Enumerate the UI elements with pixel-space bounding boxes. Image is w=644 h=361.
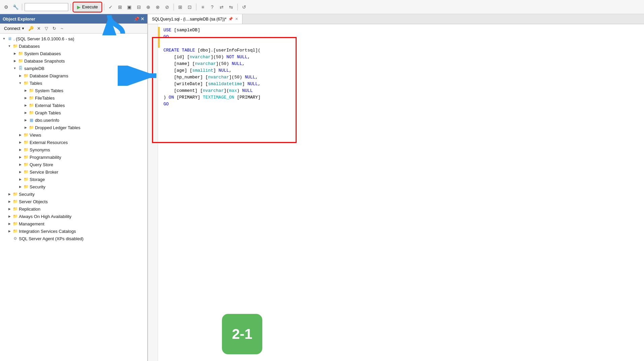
badge-21: 2-1 [222, 314, 262, 354]
check-icon[interactable]: ✓ [107, 3, 115, 11]
expander-dropped-ledger[interactable] [23, 125, 28, 130]
folder-icon-always-on: 📁 [12, 214, 18, 219]
connect-label: Connect [4, 26, 20, 31]
security-label: Security [18, 192, 35, 197]
tree-item-sampledb[interactable]: 🗄 sampleDB [0, 65, 147, 72]
toolbar-icon-4[interactable]: ▣ [125, 3, 134, 11]
tree-item-integration[interactable]: 📁 Integration Services Catalogs [0, 227, 147, 235]
connect-button[interactable]: Connect ▼ [2, 25, 27, 32]
system-tables-label: System Tables [34, 88, 63, 93]
tree-item-system-dbs[interactable]: 📁 System Databases [0, 50, 147, 57]
toolbar-icon-10[interactable]: ⊡ [186, 3, 194, 11]
tree-item-db-snapshots[interactable]: 📁 Database Snapshots [0, 57, 147, 65]
toolbar-icon-15[interactable]: ↺ [240, 3, 248, 11]
tab-pin-icon[interactable]: 📌 [228, 17, 233, 21]
folder-icon-graph-tables: 📁 [28, 110, 34, 115]
expander-system-tables[interactable] [23, 88, 28, 93]
expander-databases[interactable] [7, 43, 12, 49]
expander-server[interactable] [1, 36, 7, 41]
expander-db-diagrams[interactable] [17, 73, 23, 78]
toolbar-icon-13[interactable]: ⇄ [218, 3, 226, 11]
tree-item-external-resources[interactable]: 📁 External Resources [0, 139, 147, 146]
folder-icon-views: 📁 [23, 132, 29, 138]
expander-management[interactable] [7, 221, 12, 226]
always-on-label: Always On High Availability [18, 214, 72, 219]
expander-external-resources[interactable] [17, 140, 23, 145]
delete-icon[interactable]: ✕ [35, 25, 42, 32]
expander-system-dbs[interactable] [12, 51, 17, 56]
folder-icon-service-broker: 📁 [23, 169, 29, 175]
pin-icon[interactable]: 📌 [134, 16, 139, 22]
filter-icon[interactable]: ▽ [43, 25, 50, 32]
tree-item-storage[interactable]: 📁 Storage [0, 176, 147, 183]
expander-db-snapshots[interactable] [12, 58, 17, 64]
tree-item-graph-tables[interactable]: 📁 Graph Tables [0, 109, 147, 116]
expander-service-broker[interactable] [17, 169, 23, 175]
expander-external-tables[interactable] [23, 103, 28, 108]
tree-item-always-on[interactable]: 📁 Always On High Availability [0, 213, 147, 220]
expander-tables[interactable] [17, 80, 23, 86]
expander-security[interactable] [7, 191, 12, 197]
toolbar-icon-2[interactable]: 🔧 [11, 3, 20, 11]
toolbar-icon-11[interactable]: ≡ [199, 3, 207, 11]
db-selector-input[interactable]: sampleDB [25, 3, 68, 11]
toolbar-icon-14[interactable]: ⇆ [227, 3, 235, 11]
folder-icon-replication: 📁 [12, 206, 18, 212]
tree-item-programmability[interactable]: 📁 Programmability [0, 153, 147, 161]
tree-item-filetables[interactable]: 📁 FileTables [0, 94, 147, 102]
expander-graph-tables[interactable] [23, 110, 28, 115]
tree-item-server[interactable]: 🖥 . (SQL Server 16.0.1000.6 - sa) [0, 35, 147, 42]
toolbar-icon-7[interactable]: ⊗ [154, 3, 162, 11]
folder-icon-external-resources: 📁 [23, 140, 29, 145]
toolbar-icon-1[interactable]: ⚙ [2, 3, 10, 11]
expander-storage[interactable] [17, 177, 23, 182]
toolbar-icon-12[interactable]: ? [208, 3, 216, 11]
tree-item-system-tables[interactable]: 📁 System Tables [0, 87, 147, 94]
tree-item-dropped-ledger[interactable]: 📁 Dropped Ledger Tables [0, 124, 147, 131]
execute-button[interactable]: ▶ Execute [73, 2, 102, 12]
toolbar-icon-5[interactable]: ⊟ [135, 3, 143, 11]
tree-item-service-broker[interactable]: 📁 Service Broker [0, 168, 147, 176]
tree-item-replication[interactable]: 📁 Replication [0, 205, 147, 213]
tree-item-dbo-userinfo[interactable]: ▦ dbo.userInfo [0, 116, 147, 124]
tab-close-icon[interactable]: ✕ [235, 17, 238, 21]
sql-query-tab[interactable]: SQLQuery1.sql - (l....sampleDB (sa (67))… [148, 14, 242, 24]
tree-item-security[interactable]: 📁 Security [0, 190, 147, 198]
tree-item-databases[interactable]: 📁 Databases [0, 42, 147, 50]
tree-item-management[interactable]: 📁 Management [0, 220, 147, 227]
toolbar-icon-3[interactable]: ⊞ [116, 3, 124, 11]
expander-filetables[interactable] [23, 95, 28, 101]
expander-synonyms[interactable] [17, 147, 23, 152]
tree-item-external-tables[interactable]: 📁 External Tables [0, 102, 147, 109]
close-icon[interactable]: ✕ [141, 16, 145, 22]
connect-dropdown-arrow[interactable]: ▼ [21, 27, 25, 30]
toolbar-sep-4 [174, 4, 174, 10]
expander-security-db[interactable] [17, 184, 23, 189]
tree-item-db-diagrams[interactable]: 📁 Database Diagrams [0, 72, 147, 79]
tree-item-query-store[interactable]: 📁 Query Store [0, 161, 147, 168]
tree-item-security-db[interactable]: 📁 Security [0, 183, 147, 190]
properties-icon[interactable]: ~ [59, 25, 65, 32]
toolbar-icon-6[interactable]: ⊕ [144, 3, 152, 11]
expander-always-on[interactable] [7, 214, 12, 219]
expander-replication[interactable] [7, 206, 12, 212]
tree-item-server-objects[interactable]: 📁 Server Objects [0, 198, 147, 205]
tree-item-sql-agent[interactable]: ⚙ SQL Server Agent (XPs disabled) [0, 235, 147, 242]
code-content[interactable]: USE [sampleDB] GO CREATE TABLE [dbo].[us… [158, 24, 644, 361]
new-query-icon[interactable]: 🔑 [28, 25, 34, 32]
expander-sampledb[interactable] [12, 66, 17, 71]
toolbar-icon-9[interactable]: ⊞ [176, 3, 184, 11]
toolbar-sep-3 [104, 4, 104, 10]
tree-item-tables[interactable]: 📁 Tables [0, 79, 147, 87]
tree-item-views[interactable]: 📁 Views [0, 131, 147, 139]
expander-integration[interactable] [7, 228, 12, 234]
expander-views[interactable] [17, 132, 23, 138]
toolbar-icon-8[interactable]: ⊘ [163, 3, 171, 11]
object-explorer-tree: 🖥 . (SQL Server 16.0.1000.6 - sa) 📁 Data… [0, 34, 147, 361]
expander-programmability[interactable] [17, 154, 23, 160]
refresh-icon[interactable]: ↻ [51, 25, 58, 32]
expander-dbo-userinfo[interactable] [23, 117, 28, 123]
expander-query-store[interactable] [17, 162, 23, 167]
expander-server-objects[interactable] [7, 199, 12, 204]
tree-item-synonyms[interactable]: 📁 Synonyms [0, 146, 147, 153]
